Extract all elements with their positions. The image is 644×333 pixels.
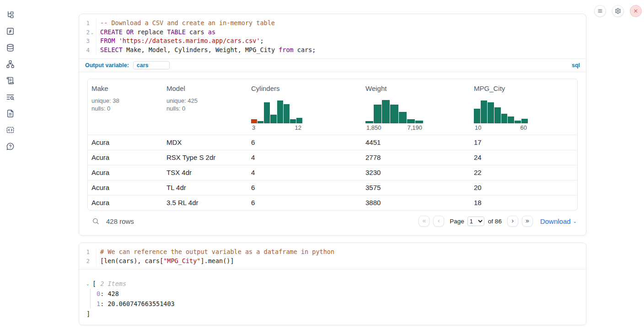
- first-page-button[interactable]: «: [419, 216, 429, 227]
- column-header-cylinders[interactable]: Cylinders312: [247, 85, 362, 135]
- histogram-bar[interactable]: [382, 100, 390, 123]
- table-cell: 18: [470, 199, 577, 206]
- hist-max-label: 7,190: [407, 124, 422, 131]
- file-text-icon[interactable]: [6, 109, 15, 118]
- histogram-bar[interactable]: [407, 119, 415, 123]
- table-cell: 4451: [362, 138, 470, 146]
- table-cell: Acura: [88, 169, 163, 176]
- line-number: 3: [86, 37, 90, 46]
- dependency-graph-icon[interactable]: [6, 60, 15, 69]
- table-cell: 6: [247, 184, 362, 191]
- hist-min-label: 3: [252, 124, 255, 131]
- output-variable-input[interactable]: [133, 61, 170, 69]
- column-header-weight[interactable]: Weight1,8507,190: [362, 85, 470, 135]
- items-count-label: 2 Items: [100, 279, 126, 289]
- column-name: MPG_City: [474, 85, 577, 92]
- histogram-bar[interactable]: [258, 121, 263, 123]
- window-controls: [594, 5, 642, 17]
- histogram-bar[interactable]: [390, 105, 398, 123]
- column-name: Weight: [365, 85, 470, 92]
- histogram-bar[interactable]: [251, 119, 257, 123]
- menu-button[interactable]: [594, 5, 606, 17]
- table-cell: 4: [247, 169, 362, 176]
- output-variable-label: Output variable:: [85, 62, 129, 69]
- column-header-model[interactable]: Modelunique: 425nulls: 0: [163, 85, 247, 135]
- column-histogram: 1,8507,190: [365, 100, 423, 131]
- last-page-button[interactable]: »: [522, 216, 533, 227]
- close-icon: [633, 8, 639, 14]
- settings-button[interactable]: [612, 5, 624, 17]
- fold-chevron-icon[interactable]: ⌄: [90, 28, 95, 37]
- data-table: Makeunique: 38nulls: 0Modelunique: 425nu…: [87, 79, 578, 211]
- line-number: 2: [86, 257, 90, 266]
- table-cell: 3.5 RL 4dr: [163, 199, 247, 206]
- table-cell: 24: [470, 153, 577, 161]
- histogram-bar[interactable]: [415, 121, 423, 123]
- page-label: Page: [450, 218, 464, 225]
- column-stats: unique: 38nulls: 0: [91, 97, 163, 112]
- histogram-bar[interactable]: [494, 107, 501, 123]
- row-count: 428 rows: [106, 217, 134, 225]
- snippets-icon[interactable]: [6, 126, 15, 134]
- table-cell: Acura: [88, 184, 163, 191]
- table-cell: 3575: [362, 184, 470, 191]
- hist-max-label: 12: [295, 124, 301, 131]
- table-cell: 2778: [362, 153, 470, 161]
- histogram-bar[interactable]: [481, 100, 487, 123]
- histogram-bar[interactable]: [501, 114, 508, 123]
- page-select[interactable]: 1: [467, 217, 484, 226]
- table-footer: 428 rows « ‹ Page 1 of 86 › » Download ⌄: [87, 211, 578, 232]
- histogram-bar[interactable]: [296, 118, 302, 123]
- histogram-bar[interactable]: [365, 121, 373, 123]
- table-row[interactable]: AcuraTSX 4dr4323022: [88, 165, 577, 180]
- code-line: 2⌄CREATE OR replace TABLE cars as: [79, 28, 586, 37]
- logs-search-icon[interactable]: [6, 93, 15, 101]
- table-cell: 3230: [362, 169, 470, 176]
- download-button[interactable]: Download ⌄: [540, 217, 577, 225]
- search-icon[interactable]: [92, 217, 99, 225]
- table-cell: TSX 4dr: [163, 169, 247, 176]
- function-square-icon[interactable]: [6, 27, 15, 36]
- histogram-bar[interactable]: [277, 100, 283, 123]
- histogram-bar[interactable]: [264, 102, 270, 123]
- hist-min-label: 1,850: [366, 124, 381, 131]
- histogram-bar[interactable]: [374, 105, 381, 123]
- line-number: 4: [86, 46, 90, 55]
- close-bracket: ]: [86, 309, 586, 319]
- histogram-bar[interactable]: [270, 115, 276, 123]
- table-header: Makeunique: 38nulls: 0Modelunique: 425nu…: [88, 79, 577, 135]
- histogram-bar[interactable]: [399, 112, 407, 123]
- table-row[interactable]: AcuraMDX6445117: [88, 135, 577, 150]
- code-line: 1⌄# We can reference the output variable…: [79, 248, 586, 257]
- help-bubble-icon[interactable]: [6, 142, 15, 151]
- table-row[interactable]: Acura3.5 RL 4dr6388018: [88, 195, 577, 210]
- python-editor[interactable]: 1⌄# We can reference the output variable…: [79, 243, 586, 270]
- table-body: AcuraMDX6445117AcuraRSX Type S 2dr427782…: [88, 135, 577, 210]
- sql-editor[interactable]: 1⌄-- Download a CSV and create an in-mem…: [79, 14, 586, 58]
- collapse-chevron-icon[interactable]: ⌄: [86, 279, 92, 289]
- histogram-bar[interactable]: [284, 104, 290, 123]
- column-header-mpg_city[interactable]: MPG_City1060: [470, 85, 577, 135]
- code-line: 1⌄-- Download a CSV and create an in-mem…: [79, 19, 586, 28]
- scroll-icon[interactable]: [6, 76, 15, 85]
- next-page-button[interactable]: ›: [507, 216, 518, 227]
- histogram-bar[interactable]: [290, 119, 296, 123]
- histogram-bar[interactable]: [515, 121, 521, 123]
- column-name: Model: [166, 85, 247, 92]
- database-icon[interactable]: [6, 43, 15, 52]
- table-cell: Acura: [88, 199, 163, 206]
- histogram-bar[interactable]: [474, 109, 480, 123]
- tree-guide-line: [90, 289, 91, 309]
- close-button[interactable]: [630, 5, 642, 17]
- histogram-bar[interactable]: [488, 102, 494, 123]
- histogram-bar[interactable]: [521, 119, 528, 123]
- code-line: 2⌄[len(cars), cars["MPG_City"].mean()]: [79, 257, 586, 266]
- table-row[interactable]: AcuraRSX Type S 2dr4277824: [88, 150, 577, 165]
- histogram-bar[interactable]: [508, 116, 514, 123]
- column-header-make[interactable]: Makeunique: 38nulls: 0: [88, 85, 163, 135]
- sql-cell-footer: Output variable: sql: [79, 58, 586, 72]
- item-index: 1: [97, 300, 100, 307]
- prev-page-button[interactable]: ‹: [433, 216, 444, 227]
- file-tree-icon[interactable]: [6, 11, 15, 19]
- table-row[interactable]: AcuraTL 4dr6357520: [88, 180, 577, 195]
